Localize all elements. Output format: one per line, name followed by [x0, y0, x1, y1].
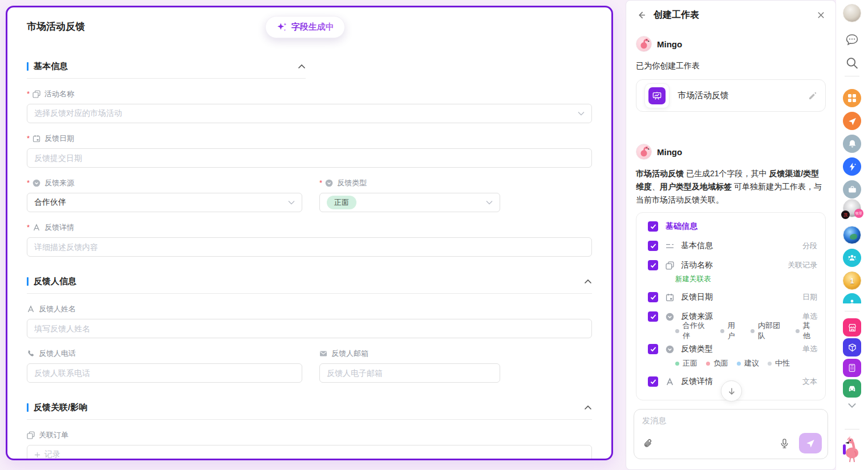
option-label: 建议: [744, 358, 759, 368]
bell-notification-icon[interactable]: [843, 135, 861, 153]
user-avatar[interactable]: [843, 4, 861, 22]
search-icon[interactable]: [846, 56, 859, 70]
apps-grid-icon[interactable]: [843, 89, 861, 107]
reporter-phone-input[interactable]: [27, 363, 302, 383]
field-item-activity-name: 活动名称 关联记录: [648, 260, 817, 271]
option: 合作伙伴: [675, 321, 712, 341]
text-field-icon: [665, 377, 674, 386]
checkbox-checked[interactable]: [648, 344, 658, 354]
chat-messages: Mingo 已为你创建工作表 市场活动反馈 Mingo 市场活动反馈 已生成21…: [626, 27, 835, 400]
field-label-feedback-date: * 反馈日期: [27, 133, 592, 144]
checkbox-checked[interactable]: [648, 260, 658, 270]
chat-bubble-icon[interactable]: [845, 33, 859, 47]
reporter-name-input[interactable]: [27, 319, 592, 338]
mingo-avatar: [636, 144, 652, 160]
assistant-message-1: 已为你创建工作表: [636, 59, 826, 72]
required-asterisk: *: [27, 91, 30, 97]
field-label-feedback-type: * 反馈类型: [319, 178, 500, 188]
activity-name-select[interactable]: 选择反馈对应的市场活动: [27, 104, 592, 123]
dropdown-circle-icon: [665, 312, 674, 321]
record-placeholder-text: 记录: [44, 449, 60, 460]
package-box-app-icon[interactable]: [843, 338, 861, 356]
option: 其他: [796, 321, 817, 341]
select-value: 合作伙伴: [34, 197, 66, 208]
checkbox-checked[interactable]: [648, 376, 658, 387]
field-item-type: 单选: [802, 344, 817, 354]
field-item-label: 反馈日期: [681, 292, 713, 302]
team-people-icon[interactable]: [843, 249, 861, 267]
option-dot: [675, 362, 679, 366]
assistant-message-2: 市场活动反馈 已生成21个字段，其中 反馈渠道/类型维度、用户类型及地域标签 可…: [636, 167, 826, 206]
section-accent-bar: [27, 403, 29, 412]
feedback-date-input[interactable]: [27, 148, 592, 168]
attachment-paperclip-icon[interactable]: [642, 437, 654, 449]
option-label: 负面: [713, 358, 728, 368]
medal-rank-number: 1: [850, 277, 854, 285]
field-label-text: 反馈人电话: [39, 349, 76, 359]
send-message-button[interactable]: [799, 433, 822, 453]
divider: [845, 76, 859, 76]
scroll-to-bottom-button[interactable]: [721, 380, 742, 402]
option-dot: [675, 329, 679, 333]
checkbox-checked[interactable]: [648, 241, 658, 251]
field-item-label: 活动名称: [681, 260, 713, 270]
option-label: 合作伙伴: [683, 321, 712, 341]
option: 内部团队: [751, 321, 787, 341]
message-input-box[interactable]: 发消息: [634, 409, 828, 459]
earth-avatar[interactable]: [843, 226, 861, 244]
chevron-up-icon[interactable]: [584, 405, 592, 410]
checkbox-checked[interactable]: [648, 292, 658, 302]
reporter-email-input[interactable]: [319, 363, 500, 383]
option-dot: [720, 329, 724, 333]
chevron-up-icon[interactable]: [298, 64, 306, 69]
medal-rank-icon[interactable]: 1: [843, 272, 861, 290]
feedback-detail-input[interactable]: [27, 237, 592, 257]
option-label: 用户: [728, 321, 742, 341]
back-arrow-icon[interactable]: [636, 10, 646, 20]
field-label-text: 反馈来源: [44, 178, 74, 188]
paper-plane-app-icon[interactable]: [843, 112, 861, 130]
group-avatar[interactable]: 茂 牧草: [843, 199, 861, 217]
section-header[interactable]: 基本信息: [27, 61, 306, 79]
sparkle-icon: [276, 22, 287, 33]
select-placeholder: 选择反馈对应的市场活动: [34, 108, 122, 119]
car-app-icon[interactable]: [843, 379, 861, 398]
briefcase-icon[interactable]: [843, 180, 861, 198]
field-item-basic-info: 基本信息 分段: [648, 240, 817, 252]
related-order-input[interactable]: 记录: [27, 445, 592, 460]
edit-pencil-icon[interactable]: [808, 91, 817, 100]
storefront-app-icon[interactable]: [843, 318, 861, 337]
section-header[interactable]: 反馈人信息: [27, 276, 592, 294]
assistant-row: Mingo: [636, 144, 826, 160]
section-header[interactable]: 反馈关联/影响: [27, 402, 592, 420]
message-part: 用户类型及地域标签: [660, 182, 732, 191]
field-item-label: 反馈类型: [681, 344, 713, 354]
option-dot: [768, 362, 772, 366]
mail-icon: [319, 350, 327, 358]
checkbox-checked[interactable]: [648, 311, 658, 322]
calculator-app-icon[interactable]: [843, 359, 861, 377]
close-icon[interactable]: [817, 11, 825, 19]
section-title: 基本信息: [34, 61, 68, 72]
chat-header: 创建工作表: [626, 1, 835, 27]
create-related-table-link[interactable]: 新建关联表: [675, 274, 817, 283]
field-item-feedback-date: 反馈日期 日期: [648, 291, 817, 303]
field-label-text: 反馈人邮箱: [331, 349, 368, 359]
fields-generating-badge: 字段生成中: [265, 16, 345, 38]
checkbox-checked[interactable]: [648, 221, 658, 232]
option-label: 正面: [683, 358, 697, 368]
flash-sparkle-icon[interactable]: [843, 157, 861, 176]
feedback-type-select[interactable]: 正面: [319, 193, 500, 212]
worksheet-board-icon: [648, 87, 666, 104]
feedback-source-select[interactable]: 合作伙伴: [27, 193, 302, 212]
field-label-text: 活动名称: [44, 89, 74, 99]
chevron-down-icon: [288, 200, 295, 205]
microphone-icon[interactable]: [779, 438, 790, 449]
option-label: 其他: [803, 321, 817, 341]
chevron-up-icon[interactable]: [584, 279, 592, 284]
worksheet-card[interactable]: 市场活动反馈: [636, 79, 826, 112]
assistant-name: Mingo: [657, 147, 682, 157]
chevron-down-icon[interactable]: [847, 403, 857, 408]
relate-record-icon: [33, 90, 40, 98]
partially-hidden-app-icon[interactable]: [843, 293, 861, 303]
